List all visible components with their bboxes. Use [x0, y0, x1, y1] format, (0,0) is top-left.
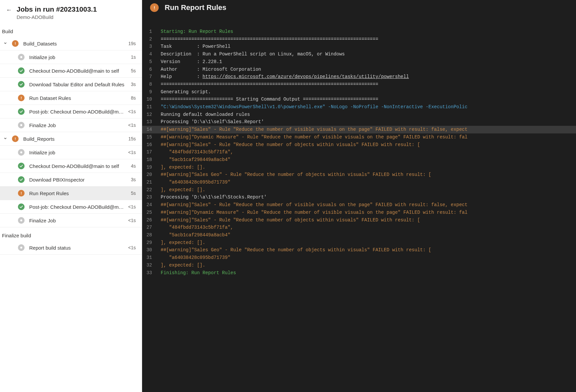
- step-row[interactable]: Post-job: Checkout Demo-ADOBuild@main to…: [0, 105, 142, 118]
- log-line[interactable]: 7Help : https://docs.microsoft.com/azure…: [142, 73, 576, 81]
- skipped-icon: [18, 217, 25, 224]
- log-line[interactable]: 33Finishing: Run Report Rules: [142, 269, 576, 277]
- line-content: ##[warning]"Dynamic Measure" - Rule "Red…: [158, 133, 576, 141]
- step-row[interactable]: Initialize job<1s: [0, 146, 142, 159]
- back-arrow-icon[interactable]: ←: [6, 5, 12, 14]
- log-line[interactable]: 16##[warning]"Sales" - Rule "Reduce the …: [142, 141, 576, 149]
- log-line[interactable]: 5Version : 2.228.1: [142, 58, 576, 66]
- log-container[interactable]: 1Starting: Run Report Rules2============…: [142, 17, 576, 392]
- line-content: ##[warning]"Dynamic Measure" - Rule "Red…: [158, 209, 576, 216]
- line-content: ##[warning]"Sales" - Rule "Reduce the nu…: [158, 201, 576, 209]
- log-line[interactable]: 9Generating script.: [142, 88, 576, 96]
- log-line[interactable]: 13Processing 'D:\a\1\self\Sales.Report': [142, 118, 576, 126]
- line-number: 19: [142, 164, 158, 171]
- line-number: 31: [142, 254, 158, 262]
- step-row[interactable]: Finalize Job<1s: [0, 118, 142, 132]
- log-line[interactable]: 22], expected: [].: [142, 186, 576, 194]
- log-line[interactable]: 27 "484fbdd73143c5bf71fa",: [142, 224, 576, 231]
- line-number: 25: [142, 209, 158, 216]
- log-line[interactable]: 15##[warning]"Dynamic Measure" - Rule "R…: [142, 133, 576, 141]
- log-line[interactable]: 2=======================================…: [142, 36, 576, 43]
- log-line[interactable]: 20##[warning]"Sales Geo" - Rule "Reduce …: [142, 171, 576, 179]
- run-subtitle[interactable]: Demo-ADOBuild: [17, 14, 136, 20]
- step-row[interactable]: Post-job: Checkout Demo-ADOBuild@main to…: [0, 200, 142, 214]
- log-line[interactable]: 10========================== Starting Co…: [142, 96, 576, 103]
- line-number: 13: [142, 118, 158, 126]
- svg-point-5: [20, 124, 22, 126]
- line-content: ], expected: [].: [158, 239, 576, 247]
- job-tree: BuildBuild_Datasets19sInitialize job1sCh…: [0, 23, 142, 255]
- line-number: 12: [142, 111, 158, 118]
- line-content: Starting: Run Report Rules: [158, 28, 576, 36]
- log-line[interactable]: 29], expected: [].: [142, 239, 576, 247]
- row-label: Finalize Job: [29, 218, 128, 223]
- line-content: "a64038428c095bd71739": [158, 179, 576, 186]
- step-row[interactable]: Checkout Demo-ADOBuild@main to self4s: [0, 159, 142, 173]
- section-label: Finalize build: [0, 227, 142, 241]
- row-label: Post-job: Checkout Demo-ADOBuild@main to…: [29, 109, 128, 115]
- step-row[interactable]: Download Tabular Editor and Default Rule…: [0, 78, 142, 91]
- log-line[interactable]: 14##[warning]"Sales" - Rule "Reduce the …: [142, 126, 576, 133]
- line-content: ========================================…: [158, 36, 576, 43]
- job-row[interactable]: Build_Reports15s: [0, 132, 142, 146]
- row-duration: 15s: [128, 136, 136, 141]
- line-content: Help : https://docs.microsoft.com/azure/…: [158, 73, 576, 81]
- line-content: Task : PowerShell: [158, 43, 576, 50]
- log-line[interactable]: 19], expected: [].: [142, 164, 576, 171]
- log-line[interactable]: 18 "5acb1caf298449a8acb4": [142, 156, 576, 164]
- log-line[interactable]: 6Author : Microsoft Corporation: [142, 66, 576, 73]
- log-line[interactable]: 21 "a64038428c095bd71739": [142, 179, 576, 186]
- log-line[interactable]: 12Running default downloaded rules: [142, 111, 576, 118]
- step-row[interactable]: Run Dataset Rules8s: [0, 91, 142, 105]
- chevron-down-icon[interactable]: [2, 136, 9, 141]
- success-icon: [18, 203, 25, 210]
- line-number: 15: [142, 133, 158, 141]
- step-row[interactable]: Run Report Rules5s: [0, 187, 142, 200]
- success-icon: [18, 108, 25, 115]
- log-line[interactable]: 11"C:\Windows\System32\WindowsPowerShell…: [142, 103, 576, 111]
- row-duration: 19s: [128, 41, 136, 46]
- log-line[interactable]: 8=======================================…: [142, 81, 576, 88]
- log-line[interactable]: 3Task : PowerShell: [142, 43, 576, 50]
- line-content: Running default downloaded rules: [158, 111, 576, 118]
- log-line[interactable]: 24##[warning]"Sales" - Rule "Reduce the …: [142, 201, 576, 209]
- row-label: Run Dataset Rules: [29, 95, 131, 101]
- success-icon: [18, 176, 25, 183]
- log-line[interactable]: 17 "484fbdd73143c5bf71fa",: [142, 148, 576, 156]
- row-duration: <1s: [128, 204, 136, 209]
- line-content: "a64038428c095bd71739": [158, 254, 576, 262]
- step-row[interactable]: Initialize job1s: [0, 50, 142, 64]
- chevron-down-icon[interactable]: [2, 41, 9, 46]
- step-row[interactable]: Download PBIXInspector3s: [0, 173, 142, 187]
- step-row[interactable]: Checkout Demo-ADOBuild@main to self5s: [0, 64, 142, 78]
- line-content: Generating script.: [158, 88, 576, 96]
- line-content: "484fbdd73143c5bf71fa",: [158, 148, 576, 156]
- log-line[interactable]: 32], expected: [].: [142, 262, 576, 269]
- step-row[interactable]: Report build status<1s: [0, 241, 142, 255]
- log-line[interactable]: 30##[warning]"Sales Geo" - Rule "Reduce …: [142, 246, 576, 254]
- log-line[interactable]: 25##[warning]"Dynamic Measure" - Rule "R…: [142, 209, 576, 216]
- job-row[interactable]: Build_Datasets19s: [0, 37, 142, 50]
- log-line[interactable]: 4Description : Run a PowerShell script o…: [142, 50, 576, 58]
- line-number: 14: [142, 126, 158, 133]
- skipped-icon: [18, 149, 25, 156]
- success-icon: [18, 67, 25, 74]
- log-line[interactable]: 31 "a64038428c095bd71739": [142, 254, 576, 262]
- line-content: "484fbdd73143c5bf71fa",: [158, 224, 576, 231]
- svg-rect-3: [21, 97, 22, 99]
- log-line[interactable]: 28 "5acb1caf298449a8acb4": [142, 231, 576, 239]
- log-line[interactable]: 1Starting: Run Report Rules: [142, 28, 576, 36]
- log-line[interactable]: 23Processing 'D:\a\1\self\Stocks.Report': [142, 194, 576, 201]
- step-row[interactable]: Finalize Job<1s: [0, 214, 142, 227]
- line-number: 22: [142, 186, 158, 194]
- svg-rect-9: [21, 192, 22, 194]
- row-duration: 1s: [131, 54, 136, 60]
- line-content: "C:\Windows\System32\WindowsPowerShell\v…: [158, 103, 576, 111]
- log-line[interactable]: 26##[warning]"Sales" - Rule "Reduce the …: [142, 216, 576, 224]
- line-content: ##[warning]"Sales" - Rule "Reduce the nu…: [158, 141, 576, 149]
- line-number: 32: [142, 262, 158, 269]
- warning-icon: [12, 135, 19, 142]
- log-title: Run Report Rules: [165, 3, 226, 12]
- line-number: 3: [142, 43, 158, 50]
- row-label: Finalize Job: [29, 122, 128, 128]
